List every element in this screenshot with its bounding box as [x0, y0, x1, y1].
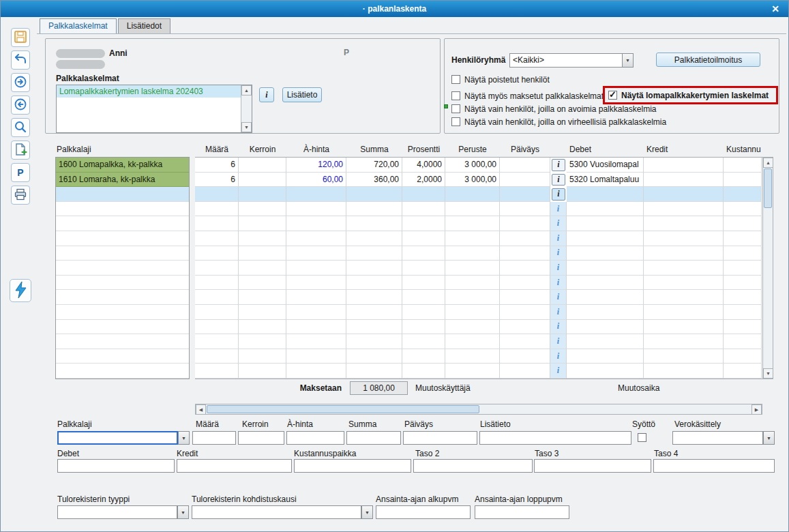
palkkalaji-row[interactable]: [56, 305, 189, 320]
palkkalaji-row[interactable]: [56, 334, 189, 349]
grid-cell[interactable]: [644, 173, 724, 188]
grid-cell[interactable]: [724, 246, 762, 261]
tulorekisterin-tyyppi-dropdown-icon[interactable]: ▼: [177, 505, 189, 519]
grid-cell[interactable]: [724, 231, 762, 246]
statement-details-button[interactable]: Lisätieto: [282, 87, 322, 102]
previous-button[interactable]: [11, 95, 30, 115]
grid-cell[interactable]: [500, 349, 550, 364]
print-button[interactable]: [11, 186, 30, 205]
tulorekisterin-kohdistuskausi-dropdown-icon[interactable]: ▼: [361, 505, 373, 519]
grid-cell[interactable]: [195, 187, 239, 202]
palkkalaji-row[interactable]: [56, 216, 189, 231]
ansainta-alkupvm-input[interactable]: [376, 505, 471, 519]
show-holiday-accrual-checkbox[interactable]: [608, 91, 617, 100]
grid-cell[interactable]: [445, 364, 500, 379]
grid-cell[interactable]: [286, 290, 346, 305]
tab-palkkalaskelmat[interactable]: Palkkalaskelmat: [40, 18, 117, 34]
grid-cell[interactable]: [239, 173, 286, 188]
grid-row[interactable]: i: [195, 276, 762, 291]
grid-cell[interactable]: [724, 187, 762, 202]
search-button[interactable]: [11, 118, 30, 137]
grid-cell[interactable]: [500, 334, 550, 349]
grid-cell[interactable]: [346, 334, 402, 349]
grid-cell[interactable]: [567, 305, 644, 320]
grid-cell[interactable]: [195, 305, 239, 320]
statements-listbox[interactable]: Lomapalkkakertymien laskelma 202403 ▲ ▼: [56, 85, 252, 133]
grid-cell[interactable]: [402, 276, 445, 291]
row-info-button[interactable]: i: [550, 202, 567, 217]
grid-cell[interactable]: 6: [195, 158, 239, 173]
next-button[interactable]: [11, 73, 30, 92]
grid-cell[interactable]: [239, 305, 286, 320]
grid-cell[interactable]: [500, 231, 550, 246]
grid-cell[interactable]: [644, 290, 724, 305]
grid-cell[interactable]: [402, 202, 445, 217]
show-deleted-checkbox[interactable]: [451, 75, 460, 84]
grid-cell[interactable]: [346, 364, 402, 379]
grid-cell[interactable]: [402, 305, 445, 320]
grid-row[interactable]: i: [195, 320, 762, 335]
kerroin-input[interactable]: [238, 431, 284, 445]
grid-cell[interactable]: 6: [195, 173, 239, 188]
grid-cell[interactable]: [567, 187, 644, 202]
taso2-input[interactable]: [413, 459, 533, 473]
grid-cell[interactable]: [445, 261, 500, 276]
grid-cell[interactable]: 360,00: [346, 173, 402, 188]
grid-cell[interactable]: [195, 349, 239, 364]
flash-button[interactable]: [10, 279, 31, 302]
grid-cell[interactable]: [644, 305, 724, 320]
lisatieto-input[interactable]: [479, 431, 631, 445]
row-info-button[interactable]: i: [550, 334, 567, 349]
grid-cell[interactable]: [402, 334, 445, 349]
grid-cell[interactable]: [286, 216, 346, 231]
scroll-up-icon[interactable]: ▲: [241, 85, 252, 95]
grid-cell[interactable]: [724, 216, 762, 231]
grid-cell[interactable]: [239, 334, 286, 349]
grid-cell[interactable]: [500, 216, 550, 231]
grid-vscroll-thumb[interactable]: [764, 168, 772, 208]
grid-cell[interactable]: [346, 261, 402, 276]
syotto-checkbox[interactable]: [638, 433, 646, 442]
grid-cell[interactable]: [286, 334, 346, 349]
grid-row[interactable]: i: [195, 246, 762, 261]
row-info-button[interactable]: i: [550, 364, 567, 379]
grid-cell[interactable]: [445, 246, 500, 261]
grid-cell[interactable]: [644, 158, 724, 173]
grid-cell[interactable]: [195, 364, 239, 379]
grid-cell[interactable]: [500, 320, 550, 335]
grid-cell[interactable]: [500, 246, 550, 261]
palkkalaji-row[interactable]: [56, 364, 189, 379]
row-info-button[interactable]: i: [552, 174, 565, 186]
taso4-input[interactable]: [653, 459, 775, 473]
grid-cell[interactable]: [286, 349, 346, 364]
grid-cell[interactable]: [445, 231, 500, 246]
grid-cell[interactable]: [286, 364, 346, 379]
grid-cell[interactable]: [195, 320, 239, 335]
row-info-button[interactable]: i: [552, 159, 565, 171]
palkkalaji-row[interactable]: [56, 202, 189, 217]
grid-cell[interactable]: [402, 261, 445, 276]
grid-cell[interactable]: [445, 216, 500, 231]
grid-row[interactable]: i: [195, 349, 762, 364]
statement-item-selected[interactable]: Lomapalkkakertymien laskelma 202403: [57, 85, 252, 98]
grid-cell[interactable]: [195, 290, 239, 305]
grid-cell[interactable]: [644, 187, 724, 202]
grid-cell[interactable]: [500, 173, 550, 188]
grid-cell[interactable]: [445, 349, 500, 364]
grid-cell[interactable]: [644, 231, 724, 246]
row-info-button[interactable]: i: [550, 276, 567, 291]
grid-cell[interactable]: [239, 246, 286, 261]
grid-cell[interactable]: [402, 231, 445, 246]
grid-cell[interactable]: [445, 202, 500, 217]
grid-cell[interactable]: 3 000,00: [445, 158, 500, 173]
ahinta-input[interactable]: [286, 431, 344, 445]
grid-cell[interactable]: [567, 334, 644, 349]
debet-input[interactable]: [57, 459, 175, 473]
new-document-button[interactable]: [11, 141, 30, 160]
grid-row[interactable]: i: [195, 290, 762, 305]
grid-cell[interactable]: [286, 320, 346, 335]
grid-cell[interactable]: [239, 216, 286, 231]
grid-cell[interactable]: [724, 173, 762, 188]
grid-cell[interactable]: [445, 187, 500, 202]
summa-input[interactable]: [346, 431, 401, 445]
